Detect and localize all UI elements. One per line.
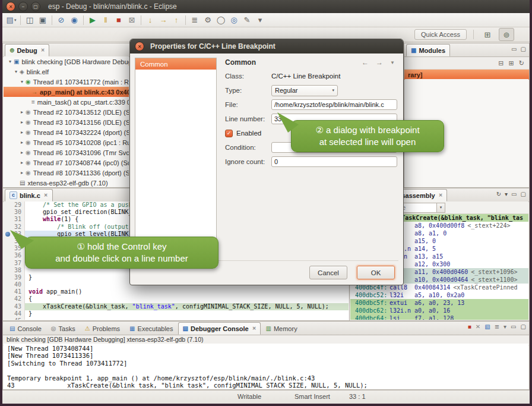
enabled-checkbox[interactable]: ✓	[225, 130, 233, 137]
code-line[interactable]: 41void app_main()	[4, 288, 349, 295]
remove-launch-icon[interactable]: ✕	[476, 324, 480, 330]
line-number[interactable]: 42	[4, 295, 25, 303]
disassembly-line[interactable]: 400dbc5f:extuia6, a0, 23, 13	[350, 299, 528, 307]
minimize-icon[interactable]: ▭	[511, 324, 516, 330]
tab-executables[interactable]: ▦Executables	[125, 322, 178, 335]
tree-expander-icon[interactable]: ▸	[19, 170, 25, 175]
refresh-icon[interactable]: ↻	[519, 59, 524, 67]
line-number[interactable]: 41	[4, 288, 25, 295]
debug-tree-row-selected[interactable]: →app_main() at blink.c:43 0x400db	[4, 87, 129, 97]
view-menu-icon[interactable]: ▾	[505, 191, 508, 197]
maximize-icon[interactable]: ▢	[521, 324, 526, 330]
tab-problems[interactable]: ⚠Problems	[80, 322, 125, 335]
code-line[interactable]: 44}	[4, 310, 349, 317]
new-wizard-button[interactable]: ▤▾	[5, 14, 18, 26]
step-return-button[interactable]: ↑	[170, 14, 183, 26]
address-dropdown-icon[interactable]: ▾	[437, 203, 445, 213]
tree-expander-icon[interactable]: ▸	[19, 109, 25, 115]
code-line[interactable]: 45	[4, 317, 349, 320]
step-over-button[interactable]: →	[157, 14, 170, 26]
back-icon[interactable]: ←	[362, 58, 369, 67]
tree-expander-icon[interactable]: ▾	[13, 69, 19, 74]
tree-expander-icon[interactable]: ▸	[19, 160, 25, 165]
debug-tree-row[interactable]: ▸◉Thread #6 1073431096 (Tmr Svc) (S	[4, 147, 129, 158]
window-close-icon[interactable]: ✕	[6, 2, 15, 11]
open-element-button[interactable]: ◯	[214, 14, 227, 26]
debug-tree-row[interactable]: ▾▣blink checking [GDB Hardware Debug	[4, 56, 129, 67]
tab-console[interactable]: ▤Console	[5, 322, 46, 335]
toolbar-menu-button[interactable]: ▾	[254, 14, 267, 26]
code-line[interactable]: 43 xTaskCreate(&blink_task, "blink_task"…	[4, 303, 349, 310]
suspend-button[interactable]: ‖	[99, 14, 112, 26]
minimize-icon[interactable]: ▭	[511, 46, 517, 52]
line-number[interactable]: 45	[4, 317, 25, 320]
console-output[interactable]: [New Thread 1073408744] [New Thread 1073…	[4, 344, 528, 389]
debug-tree-row[interactable]: ≡main_task() at cpu_start.c:339 0x4	[4, 97, 129, 107]
line-number[interactable]: 37	[4, 260, 25, 267]
modules-selected-row[interactable]: rary]	[404, 70, 529, 80]
debug-tree-row[interactable]: ▸◉Thread #4 1073432224 (dport) (Sus	[4, 127, 129, 137]
close-icon[interactable]: ✕	[44, 193, 48, 198]
close-icon[interactable]: ✕	[439, 193, 443, 198]
line-number[interactable]: 43	[4, 303, 25, 310]
line-number[interactable]: 39	[4, 274, 25, 281]
annotations-button[interactable]: ✎	[240, 14, 254, 26]
tree-expander-icon[interactable]: ▸	[19, 150, 25, 155]
debug-tree-row[interactable]: ▸◉Thread #5 1073410208 (ipc1 : Runni	[4, 137, 129, 147]
disassembly-line[interactable]: 400dbc64:lsif7, a1, 128	[350, 314, 528, 320]
sidebar-item-common[interactable]: Common	[135, 58, 216, 70]
close-icon[interactable]: ✕	[252, 326, 256, 331]
debug-perspective-icon[interactable]: ⊚	[499, 28, 514, 41]
line-number[interactable]: 36	[4, 252, 25, 259]
open-perspective-icon[interactable]: ⊞	[480, 29, 495, 40]
debug-tree-row[interactable]: ▸◉Thread #7 1073408744 (ipc0) (Susp	[4, 158, 129, 168]
disconnect-button[interactable]: ⊠	[125, 14, 138, 26]
save-button[interactable]: ◫	[23, 14, 36, 26]
tab-memory[interactable]: ▥Memory	[261, 322, 302, 335]
window-minimize-icon[interactable]: −	[18, 2, 28, 11]
tree-expander-icon[interactable]: ▾	[19, 79, 25, 84]
line-number[interactable]: 44	[4, 310, 25, 317]
debug-tree-row[interactable]: ▾◈blink.elf	[4, 67, 129, 77]
resume-button[interactable]: ▶	[86, 14, 99, 26]
skip-all-breakpoints-button[interactable]: ⊘	[55, 14, 68, 26]
line-number[interactable]: 40	[4, 281, 25, 288]
save-all-button[interactable]: ▣	[36, 14, 49, 26]
view-menu-icon[interactable]: ▾	[504, 324, 506, 330]
chevron-down-icon[interactable]: ▼	[390, 60, 395, 65]
clear-console-icon[interactable]: ▧	[484, 324, 490, 330]
tab-modules[interactable]: ▦ Modules	[406, 44, 450, 56]
line-number[interactable]: 29	[4, 202, 25, 209]
quick-access-button[interactable]: Quick Access	[414, 29, 467, 40]
build-button[interactable]: ⚙	[201, 14, 214, 26]
tree-expander-icon[interactable]: ▸	[19, 140, 25, 145]
minimize-icon[interactable]: ▭	[511, 191, 517, 197]
disassembly-line[interactable]: 400dbc52:l32ia5, a10, 0x2a0	[350, 291, 528, 299]
tab-debugger-console[interactable]: ▤Debugger Console✕	[178, 322, 261, 335]
step-into-button[interactable]: ↓	[144, 14, 157, 26]
disassembly-line[interactable]: 400dbc62:l32i.na0, a0, 16	[350, 307, 528, 314]
ignore-count-field[interactable]: 0	[271, 156, 397, 167]
terminate-button[interactable]: ■	[112, 14, 125, 26]
file-field[interactable]: /home/krzysztof/esp/blink/main/blink.c	[271, 99, 397, 110]
maximize-icon[interactable]: ▢	[521, 46, 526, 52]
type-select[interactable]: Regular ▾	[271, 85, 338, 96]
expand-all-icon[interactable]: ⊞	[509, 59, 514, 67]
window-maximize-icon[interactable]: ▢	[31, 2, 40, 11]
instruction-stepping-button[interactable]: ≣	[188, 14, 201, 26]
debug-tree-row[interactable]: ▸◉Thread #8 1073411336 (dport) (Sus	[4, 168, 129, 178]
close-icon[interactable]: ✕	[41, 48, 45, 53]
tab-tasks[interactable]: ◎Tasks	[46, 322, 80, 335]
breakpoints-view-button[interactable]: ◉	[68, 14, 81, 26]
search-button[interactable]: ◎	[227, 14, 240, 26]
line-number[interactable]: 31	[4, 216, 25, 223]
refresh-icon[interactable]: ↻	[496, 191, 501, 197]
maximize-icon[interactable]: ▢	[521, 191, 526, 197]
forward-icon[interactable]: →	[376, 58, 383, 67]
code-line[interactable]: 42{	[4, 295, 349, 303]
line-number[interactable]: 30	[4, 209, 25, 216]
tab-blink-c[interactable]: c blink.c ✕	[5, 189, 53, 202]
ok-button[interactable]: OK	[357, 266, 395, 279]
terminate-icon[interactable]: ■	[468, 324, 471, 330]
debug-tree-row[interactable]: ▸◉Thread #2 1073413512 (IDLE) (Susp	[4, 107, 129, 117]
